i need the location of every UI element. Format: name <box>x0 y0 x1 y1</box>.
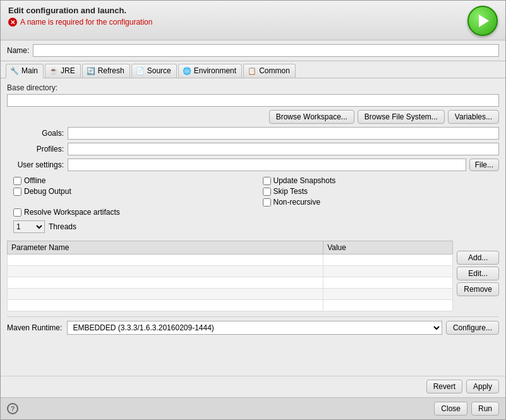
error-icon: ✕ <box>8 18 17 27</box>
configure-button[interactable]: Configure... <box>446 321 499 335</box>
offline-checkbox-label[interactable]: Offline <box>13 176 250 185</box>
tab-main-label: Main <box>21 66 38 75</box>
jre-tab-icon: ☕ <box>49 67 58 75</box>
non-recursive-label: Non-recursive <box>274 198 321 207</box>
update-snapshots-label: Update Snapshots <box>274 176 336 185</box>
refresh-tab-icon: 🔄 <box>87 67 95 75</box>
offline-checkbox[interactable] <box>13 177 21 185</box>
browse-filesystem-button[interactable]: Browse File System... <box>358 110 445 124</box>
table-row <box>8 277 453 289</box>
apply-button[interactable]: Apply <box>466 380 499 393</box>
title-bar: Edit configuration and launch. ✕ A name … <box>1 1 505 40</box>
browse-workspace-button[interactable]: Browse Workspace... <box>269 110 354 124</box>
offline-label: Offline <box>24 176 45 185</box>
table-row <box>8 266 453 277</box>
tab-refresh[interactable]: 🔄 Refresh <box>82 64 130 78</box>
footer-row: Revert Apply <box>1 376 505 397</box>
edit-button[interactable]: Edit... <box>457 267 499 280</box>
profiles-input[interactable] <box>68 143 499 155</box>
goals-input[interactable] <box>68 127 499 140</box>
dialog: Edit configuration and launch. ✕ A name … <box>0 0 506 420</box>
profiles-row: Profiles: <box>7 143 499 155</box>
name-input[interactable] <box>33 44 499 57</box>
maven-runtime-label: Maven Runtime: <box>7 323 62 332</box>
debug-output-checkbox-label[interactable]: Debug Output <box>13 187 250 196</box>
run-button[interactable]: Run <box>471 402 499 416</box>
param-table-container: Parameter Name Value Add... Edit... <box>7 236 499 311</box>
skip-tests-checkbox-label[interactable]: Skip Tests <box>263 187 500 196</box>
content-area: Base directory: Browse Workspace... Brow… <box>1 78 505 376</box>
bottom-right-buttons: Close Run <box>434 402 499 416</box>
param-side-buttons: Add... Edit... Remove <box>457 236 499 311</box>
base-directory-section: Base directory: Browse Workspace... Brow… <box>7 83 499 124</box>
bottom-bar: ? Close Run <box>1 397 505 419</box>
file-button[interactable]: File... <box>469 159 499 171</box>
skip-tests-checkbox[interactable] <box>263 188 271 196</box>
tab-common[interactable]: 📋 Common <box>243 64 296 78</box>
user-settings-input[interactable] <box>68 159 466 171</box>
close-button[interactable]: Close <box>434 402 467 416</box>
debug-output-checkbox[interactable] <box>13 188 21 196</box>
non-recursive-checkbox[interactable] <box>263 198 271 207</box>
goals-label: Goals: <box>7 129 64 138</box>
resolve-workspace-label: Resolve Workspace artifacts <box>24 208 120 217</box>
goals-row: Goals: <box>7 127 499 140</box>
maven-runtime-select[interactable]: EMBEDDED (3.3.3/1.6.3.20160209-1444) <box>67 321 442 335</box>
environment-tab-icon: 🌐 <box>183 67 191 75</box>
non-recursive-checkbox-label[interactable]: Non-recursive <box>263 198 500 207</box>
threads-label: Threads <box>49 222 76 231</box>
title-block: Edit configuration and launch. ✕ A name … <box>8 6 152 27</box>
base-directory-input[interactable] <box>7 94 499 107</box>
remove-button[interactable]: Remove <box>457 282 499 296</box>
user-settings-row: User settings: File... <box>7 159 499 171</box>
name-label: Name: <box>7 46 29 55</box>
update-snapshots-checkbox-label[interactable]: Update Snapshots <box>263 176 500 185</box>
skip-tests-label: Skip Tests <box>274 187 308 196</box>
table-row <box>8 300 453 311</box>
name-row: Name: <box>1 40 505 61</box>
table-row <box>8 289 453 300</box>
error-row: ✕ A name is required for the configurati… <box>8 18 152 27</box>
tab-environment-label: Environment <box>194 66 236 75</box>
add-button[interactable]: Add... <box>457 251 499 265</box>
tab-main[interactable]: 🔧 Main <box>6 64 44 78</box>
param-table-wrap: Parameter Name Value <box>7 236 453 311</box>
revert-button[interactable]: Revert <box>426 380 462 393</box>
run-button-top[interactable] <box>467 6 498 36</box>
checkbox-group: Offline Update Snapshots Debug Output Sk… <box>13 176 499 207</box>
tab-source[interactable]: 📄 Source <box>131 64 177 78</box>
tab-common-label: Common <box>259 66 290 75</box>
variables-button[interactable]: Variables... <box>448 110 499 124</box>
tabs-bar: 🔧 Main ☕ JRE 🔄 Refresh 📄 Source 🌐 Enviro… <box>1 61 505 78</box>
common-tab-icon: 📋 <box>248 67 256 75</box>
resolve-workspace-checkbox[interactable] <box>13 208 21 217</box>
param-name-header: Parameter Name <box>8 241 323 255</box>
debug-output-label: Debug Output <box>24 187 71 196</box>
tab-refresh-label: Refresh <box>98 66 124 75</box>
error-message: A name is required for the configuration <box>20 18 152 27</box>
base-directory-label: Base directory: <box>7 83 499 92</box>
maven-runtime-row: Maven Runtime: EMBEDDED (3.3.3/1.6.3.201… <box>7 316 499 335</box>
help-icon[interactable]: ? <box>7 403 18 414</box>
tab-jre[interactable]: ☕ JRE <box>45 64 81 78</box>
threads-select[interactable]: 1 2 4 <box>13 220 45 233</box>
threads-row: 1 2 4 Threads <box>13 220 499 233</box>
run-triangle-icon <box>479 15 489 27</box>
update-snapshots-checkbox[interactable] <box>263 177 271 185</box>
main-tab-icon: 🔧 <box>10 67 19 75</box>
tab-environment[interactable]: 🌐 Environment <box>178 64 242 78</box>
tab-source-label: Source <box>147 66 171 75</box>
profiles-label: Profiles: <box>7 145 64 153</box>
dialog-title: Edit configuration and launch. <box>8 6 152 15</box>
source-tab-icon: 📄 <box>136 67 145 75</box>
resolve-workspace-checkbox-label[interactable]: Resolve Workspace artifacts <box>13 208 499 217</box>
tab-jre-label: JRE <box>61 66 75 75</box>
base-directory-buttons: Browse Workspace... Browse File System..… <box>7 110 499 124</box>
param-table: Parameter Name Value <box>7 241 453 311</box>
table-row <box>8 255 453 266</box>
user-settings-label: User settings: <box>7 160 64 169</box>
param-value-header: Value <box>323 241 453 255</box>
